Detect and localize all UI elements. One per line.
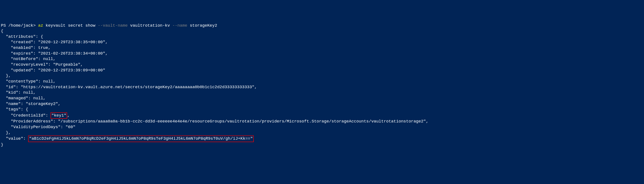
json-notbefore: "notBefore": null, — [1, 56, 643, 62]
json-managed: "managed": null, — [1, 96, 643, 101]
value-highlight: "aB1cD2eFgH4iJ5kL6mN7oP8qRcD2eF3gH4iJ5kL… — [28, 135, 254, 142]
json-tags-key: "tags": { — [1, 107, 643, 112]
json-attributes-close: }, — [1, 73, 643, 79]
prompt-gt: > — [33, 23, 38, 28]
value-pre: "value": — [1, 136, 28, 141]
json-value: "value": "aB1cD2eFgH4iJ5kL6mN7oP8qRcD2eF… — [1, 135, 643, 142]
json-created: "created": "2020-12-29T23:38:35+00:00", — [1, 40, 643, 45]
json-updated: "updated": "2020-12-29T23:39:09+00:00" — [1, 68, 643, 73]
prompt-line: PS /home/jack> az keyvault secret show -… — [1, 23, 643, 29]
json-kid: "kid": null, — [1, 90, 643, 96]
credentialid-highlight: "key1" — [50, 112, 67, 119]
prompt-ps: PS — [1, 23, 8, 28]
json-validityperioddays: "ValidityPeriodDays": "60" — [1, 124, 643, 130]
credentialid-post: , — [67, 113, 70, 118]
cmd-show: show — [86, 23, 98, 28]
json-open-brace: { — [1, 28, 643, 34]
val-vault-name: vaultrotation-kv — [130, 23, 172, 28]
flag-vault-name: --vault-name — [98, 23, 130, 28]
cmd-secret: secret — [68, 23, 86, 28]
json-close-brace: } — [1, 142, 643, 148]
json-attributes-key: "attributes": { — [1, 34, 643, 40]
prompt-path: /home/jack — [8, 23, 33, 28]
credentialid-pre: "CredentialId": — [1, 113, 50, 118]
cmd-keyvault: keyvault — [46, 23, 68, 28]
val-name: storageKey2 — [190, 23, 217, 28]
json-contenttype: "contentType": null, — [1, 79, 643, 84]
cmd-az: az — [38, 23, 46, 28]
flag-name: --name — [172, 23, 190, 28]
terminal[interactable]: PS /home/jack> az keyvault secret show -… — [1, 23, 643, 148]
json-provideraddress: "ProviderAddress": "/subscriptions/aaaa0… — [1, 119, 643, 124]
json-recoverylevel: "recoveryLevel": "Purgeable", — [1, 62, 643, 68]
json-enabled: "enabled": true, — [1, 45, 643, 51]
json-id: "id": "https://vaultrotation-kv.vault.az… — [1, 84, 643, 90]
json-name: "name": "storageKey2", — [1, 101, 643, 107]
json-credentialid: "CredentialId": "key1", — [1, 112, 643, 119]
json-tags-close: }, — [1, 130, 643, 136]
json-expires: "expires": "2021-02-26T23:38:34+00:00", — [1, 51, 643, 57]
